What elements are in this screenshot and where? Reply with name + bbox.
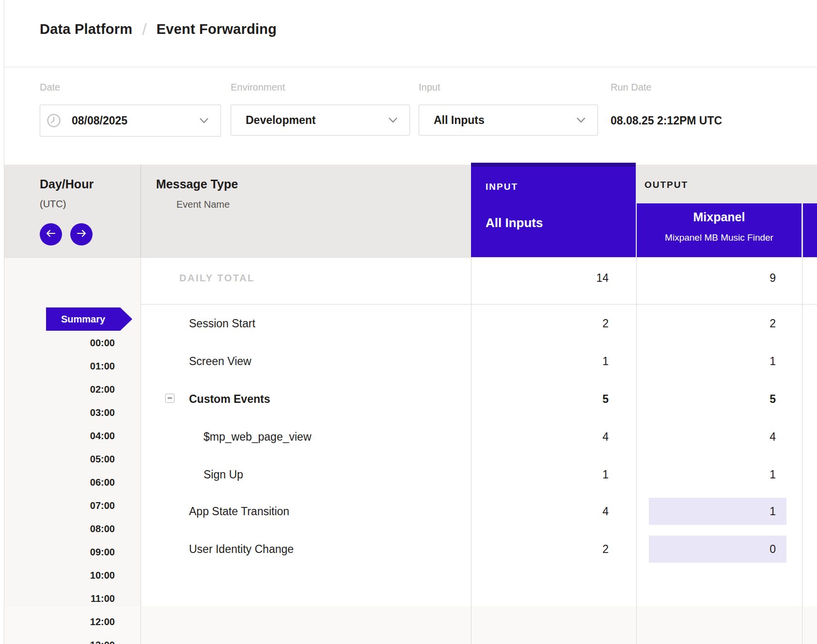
table-row-mp-web-page-view: $mp_web_page_view 4 4 bbox=[4, 423, 817, 450]
event-forwarding-page: Data Platform / Event Forwarding Date En… bbox=[0, 0, 817, 644]
input-section-label: INPUT bbox=[486, 182, 518, 192]
hour-row-04[interactable]: 04:00 bbox=[48, 429, 115, 443]
input-column-header bbox=[471, 163, 636, 257]
output-cell-value: 0 bbox=[655, 536, 776, 563]
header-bottom-border bbox=[4, 257, 817, 258]
table-row-sign-up: Sign Up 1 1 bbox=[4, 461, 817, 488]
output-section-label: OUTPUT bbox=[644, 180, 688, 190]
chevron-down-icon bbox=[199, 117, 209, 126]
collapse-toggle-icon[interactable] bbox=[165, 394, 174, 403]
arrow-right-icon bbox=[76, 229, 87, 240]
output-cell-value: 1 bbox=[655, 348, 776, 375]
run-date-value: 08.08.25 2:12PM UTC bbox=[611, 105, 722, 137]
table-footer-area bbox=[4, 606, 817, 644]
output-cell-value: 2 bbox=[655, 310, 776, 337]
event-label: User Identity Change bbox=[189, 536, 294, 563]
event-label: $mp_web_page_view bbox=[204, 423, 312, 450]
header-divider bbox=[4, 67, 817, 67]
message-type-subtitle: Event Name bbox=[176, 199, 230, 210]
breadcrumb: Data Platform / Event Forwarding bbox=[40, 18, 277, 40]
date-select-value: 08/08/2025 bbox=[72, 114, 127, 127]
hour-row-05[interactable]: 05:00 bbox=[48, 452, 115, 466]
input-cell-value: 2 bbox=[487, 310, 609, 337]
summary-label: Summary bbox=[46, 307, 120, 331]
output-cell-value: 4 bbox=[655, 423, 776, 450]
chevron-down-icon bbox=[576, 116, 586, 126]
input-cell-value: 4 bbox=[487, 423, 609, 450]
environment-select[interactable]: Development bbox=[231, 105, 410, 136]
hour-row-06[interactable]: 06:00 bbox=[48, 475, 115, 489]
input-column-title: All Inputs bbox=[486, 215, 543, 230]
previous-day-button[interactable] bbox=[40, 223, 62, 245]
output-cell-value: 1 bbox=[655, 498, 776, 525]
summary-row-badge[interactable]: Summary bbox=[46, 307, 132, 331]
hour-row-12[interactable]: 12:00 bbox=[48, 615, 115, 629]
arrow-left-icon bbox=[46, 229, 56, 240]
input-filter-label: Input bbox=[419, 82, 440, 93]
next-output-column-partial bbox=[803, 203, 817, 257]
output-column-subtitle: Mixpanel MB Music Finder bbox=[637, 232, 801, 243]
table-row-user-identity-change: User Identity Change 2 0 bbox=[4, 536, 817, 563]
daily-total-divider bbox=[141, 304, 817, 305]
date-filter-label: Date bbox=[40, 82, 60, 93]
input-cell-value: 1 bbox=[487, 348, 609, 375]
hour-row-10[interactable]: 10:00 bbox=[48, 568, 115, 582]
hour-row-03[interactable]: 03:00 bbox=[48, 406, 115, 419]
hour-row-11[interactable]: 11:00 bbox=[48, 592, 115, 605]
input-select-value: All Inputs bbox=[434, 114, 485, 127]
event-label: App State Transition bbox=[189, 498, 289, 525]
rail-column-border bbox=[141, 165, 141, 257]
input-cell-value: 4 bbox=[487, 498, 609, 525]
hour-row-01[interactable]: 01:00 bbox=[48, 359, 115, 373]
event-label: Screen View bbox=[189, 348, 251, 375]
output-column-title: Mixpanel bbox=[637, 210, 801, 224]
daily-total-label: DAILY TOTAL bbox=[179, 273, 255, 284]
input-cell-value: 1 bbox=[487, 461, 609, 488]
run-date-label: Run Date bbox=[611, 82, 652, 93]
input-select[interactable]: All Inputs bbox=[419, 105, 598, 136]
chevron-down-icon bbox=[388, 116, 398, 126]
event-label: Session Start bbox=[189, 310, 255, 337]
output-cell-value: 5 bbox=[655, 385, 776, 413]
event-label: Sign Up bbox=[204, 461, 243, 488]
date-select[interactable]: 08/08/2025 bbox=[40, 105, 221, 137]
next-day-button[interactable] bbox=[70, 223, 93, 245]
output-cell-value: 1 bbox=[655, 461, 776, 488]
day-hour-subtitle: (UTC) bbox=[40, 199, 66, 210]
input-cell-value: 2 bbox=[487, 536, 609, 563]
day-hour-title: Day/Hour bbox=[40, 177, 94, 191]
message-type-title: Message Type bbox=[156, 177, 238, 191]
breadcrumb-event-forwarding: Event Forwarding bbox=[157, 21, 277, 37]
hour-row-08[interactable]: 08:00 bbox=[48, 522, 115, 536]
breadcrumb-separator: / bbox=[142, 20, 147, 39]
table-row-app-state-transition: App State Transition 4 1 bbox=[4, 498, 817, 525]
environment-select-value: Development bbox=[246, 114, 315, 127]
input-cell-value: 5 bbox=[487, 385, 609, 413]
table-row-screen-view: Screen View 1 1 bbox=[4, 348, 817, 375]
hour-row-09[interactable]: 09:00 bbox=[48, 545, 115, 559]
daily-total-input-value: 14 bbox=[487, 272, 609, 285]
environment-filter-label: Environment bbox=[231, 82, 285, 93]
breadcrumb-data-platform[interactable]: Data Platform bbox=[40, 21, 132, 37]
table-row-custom-events: Custom Events 5 5 bbox=[4, 385, 817, 413]
event-label: Custom Events bbox=[189, 385, 270, 413]
daily-total-output-value: 9 bbox=[655, 272, 776, 285]
hour-row-07[interactable]: 07:00 bbox=[48, 499, 115, 512]
clock-icon bbox=[47, 113, 61, 128]
hour-row-13[interactable]: 13:00 bbox=[48, 638, 115, 644]
hour-row-00[interactable]: 00:00 bbox=[48, 336, 115, 350]
hour-row-02[interactable]: 02:00 bbox=[48, 383, 115, 396]
